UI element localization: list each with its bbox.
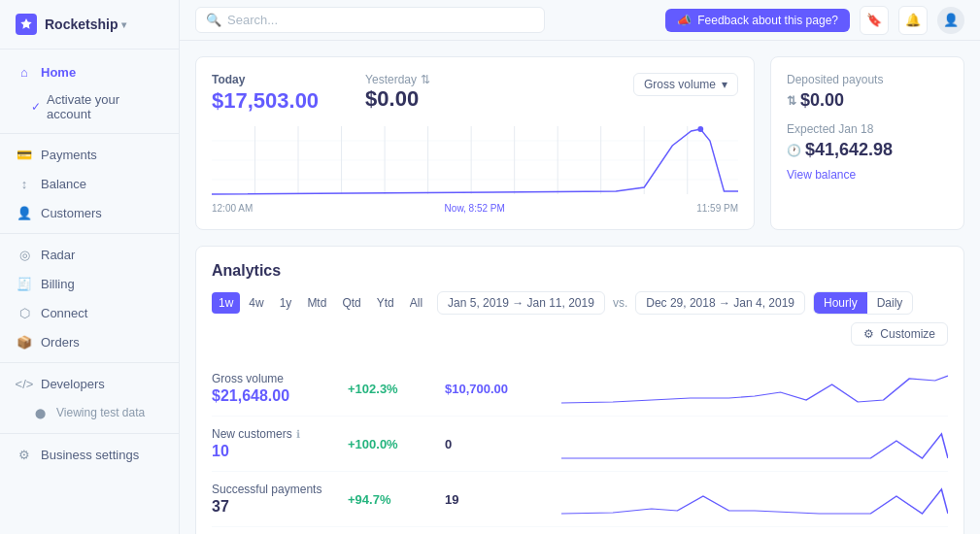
divider-4 [0,433,179,434]
customize-button[interactable]: ⚙ Customize [851,322,948,346]
balance-icon: ↕ [16,175,33,192]
daily-button[interactable]: Daily [867,292,913,314]
chart-values: Today $17,503.00 Yesterday ⇅ $0.00 [212,73,430,114]
sidebar-item-balance[interactable]: ↕ Balance [0,169,179,198]
topbar-actions: 📣 Feedback about this page? 🔖 🔔 👤 [665,6,964,35]
toggle-icon: ⬤ [31,404,49,421]
period-4w[interactable]: 4w [242,292,270,314]
main-area: 🔍 📣 Feedback about this page? 🔖 🔔 👤 [180,0,980,534]
yesterday-label: Yesterday ⇅ [365,73,430,86]
customers-icon: 👤 [16,204,33,221]
metric-compare-0: $10,700.00 [445,382,561,396]
feedback-button[interactable]: 📣 Feedback about this page? [665,9,850,32]
developers-icon: </> [16,375,33,392]
sidebar-item-payments[interactable]: 💳 Payments [0,140,179,169]
time-end: 11:59 PM [696,203,738,214]
metric-change-0: +102.3% [348,382,445,396]
bookmark-button[interactable]: 🔖 [860,6,889,35]
mini-chart-1 [561,426,948,461]
chart-area [212,121,738,199]
divider-2 [0,233,179,234]
orders-icon: 📦 [16,333,33,350]
metric-label-2: Successful payments [212,483,348,496]
clock-icon: 🕐 [787,144,801,157]
mini-chart-0 [561,371,948,406]
metric-label-0: Gross volume [212,372,348,385]
view-balance-link[interactable]: View balance [787,168,948,182]
period-1w[interactable]: 1w [212,292,240,314]
chevron-down-icon: ▾ [722,78,727,91]
analytics-card: Analytics 1w 4w 1y Mtd Qtd Ytd All Jan 5… [195,246,964,534]
date-range-picker[interactable]: Jan 5, 2019 → Jan 11, 2019 [437,291,605,315]
hourly-daily-toggle: Hourly Daily [813,291,913,315]
analytics-title: Analytics [212,262,948,280]
today-amount: $17,503.00 [212,88,319,114]
metric-compare-1: 0 [445,437,561,451]
info-icon-1: ℹ [296,428,300,441]
search-input[interactable] [227,13,534,27]
metric-value-1: 10 [212,443,348,460]
metric-col-2: Successful payments 37 [212,483,348,516]
topbar: 🔍 📣 Feedback about this page? 🔖 🔔 👤 [180,0,980,41]
vs-label: vs. [613,296,627,310]
notifications-button[interactable]: 🔔 [898,6,928,35]
check-icon: ✓ [31,100,41,114]
sidebar-item-billing[interactable]: 🧾 Billing [0,269,179,298]
sidebar-item-home[interactable]: ⌂ Home [0,57,179,86]
divider-3 [0,362,179,363]
brand[interactable]: Rocketship ▾ [0,0,179,50]
period-all[interactable]: All [403,292,429,314]
sidebar-item-business-settings[interactable]: ⚙ Business settings [0,440,179,469]
svg-point-14 [697,126,703,132]
hourly-button[interactable]: Hourly [814,292,867,314]
sidebar-item-activate[interactable]: ✓ Activate your account [0,86,179,127]
chart-header: Today $17,503.00 Yesterday ⇅ $0.00 Gr [212,73,738,114]
bell-icon: 🔔 [905,13,921,27]
chart-times: 12:00 AM Now, 8:52 PM 11:59 PM [212,203,738,214]
avatar[interactable]: 👤 [937,7,964,34]
period-qtd[interactable]: Qtd [335,292,367,314]
feedback-icon: 📣 [677,14,692,27]
period-buttons: 1w 4w 1y Mtd Qtd Ytd All [212,292,429,314]
settings-icon: ⚙ [16,446,33,463]
sidebar-item-customers[interactable]: 👤 Customers [0,198,179,227]
sidebar-item-developers[interactable]: </> Developers [0,369,179,398]
billing-icon: 🧾 [16,275,33,292]
divider-1 [0,133,179,134]
sidebar: Rocketship ▾ ⌂ Home ✓ Activate your acco… [0,0,180,534]
chart-card: Today $17,503.00 Yesterday ⇅ $0.00 Gr [195,56,755,230]
today-label: Today [212,73,319,86]
search-icon: 🔍 [206,13,221,27]
metrics-list: Gross volume $21,648.00 +102.3% $10,700.… [212,361,948,534]
connect-icon: ⬡ [16,304,33,321]
payout-card: Deposited payouts ⇅ $0.00 Expected Jan 1… [770,56,964,230]
brand-name: Rocketship [45,17,118,32]
period-mtd[interactable]: Mtd [300,292,333,314]
period-1y[interactable]: 1y [273,292,299,314]
analytics-controls: 1w 4w 1y Mtd Qtd Ytd All Jan 5, 2019 → J… [212,291,948,346]
content-area: Today $17,503.00 Yesterday ⇅ $0.00 Gr [180,41,980,534]
metric-col-0: Gross volume $21,648.00 [212,372,348,405]
sidebar-item-orders[interactable]: 📦 Orders [0,327,179,356]
period-ytd[interactable]: Ytd [370,292,401,314]
metric-value-2: 37 [212,498,348,516]
yesterday-section: Yesterday ⇅ $0.00 [365,73,430,112]
sidebar-item-viewing-test[interactable]: ⬤ Viewing test data [0,398,179,427]
metric-col-1: New customers ℹ 10 [212,427,348,460]
time-start: 12:00 AM [212,203,253,214]
metric-change-2: +94.7% [348,492,445,507]
user-icon: 👤 [943,13,959,27]
sidebar-item-connect[interactable]: ⬡ Connect [0,298,179,327]
chevron-down-icon: ▾ [121,19,126,30]
metric-value-0: $21,648.00 [212,387,348,405]
brand-icon [16,14,37,35]
expected-label: Expected Jan 18 [787,122,948,136]
time-now: Now, 8:52 PM [445,203,505,214]
payout-label: Deposited payouts [787,73,948,86]
metric-row-successful-payments: Successful payments 37 +94.7% 19 [212,471,948,526]
sidebar-item-radar[interactable]: ◎ Radar [0,240,179,269]
swap-icon: ⇅ [421,73,430,86]
chart-select[interactable]: Gross volume ▾ [633,73,738,96]
compare-range-picker[interactable]: Dec 29, 2018 → Jan 4, 2019 [635,291,805,315]
search-box[interactable]: 🔍 [195,7,545,33]
